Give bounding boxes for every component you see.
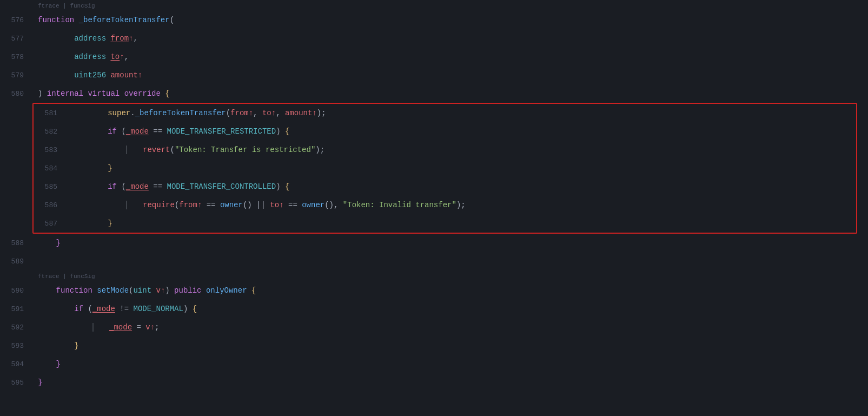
line-num-578: 578 bbox=[0, 53, 32, 61]
line-content-580: ) internal virtual override { bbox=[32, 84, 868, 103]
code-line-591: 591 if (_mode != MODE_NORMAL) { bbox=[0, 300, 868, 318]
code-line-578: 578 address to↑, bbox=[0, 48, 868, 66]
line-num-579: 579 bbox=[0, 71, 32, 80]
line-content-588: } bbox=[32, 234, 868, 252]
line-num-586: 586 bbox=[34, 201, 66, 209]
line-num-585: 585 bbox=[34, 183, 66, 191]
line-num-582: 582 bbox=[34, 128, 66, 136]
line-content-578: address to↑, bbox=[32, 48, 868, 66]
code-line-588: 588 } bbox=[0, 234, 868, 252]
line-content-584: } bbox=[66, 159, 856, 177]
code-line-579: 579 uint256 amount↑ bbox=[0, 66, 868, 84]
line-content-576: function _beforeTokenTransfer( bbox=[32, 11, 868, 29]
ftrace-text-1: ftrace | funcSig bbox=[38, 3, 95, 9]
ftrace-label-2: ftrace | funcSig bbox=[0, 270, 868, 281]
line-content-589 bbox=[32, 252, 868, 270]
line-content-595: } bbox=[32, 373, 868, 392]
code-line-589: 589 bbox=[0, 252, 868, 270]
line-content-590: function setMode(uint v↑) public onlyOwn… bbox=[32, 281, 868, 300]
line-content-581: super._beforeTokenTransfer(from↑, to↑, a… bbox=[66, 104, 856, 122]
code-line-595: 595 } bbox=[0, 373, 868, 392]
line-content-586: require(from↑ == owner() || to↑ == owner… bbox=[66, 196, 856, 214]
code-line-584: 584 } bbox=[34, 159, 856, 177]
line-num-595: 595 bbox=[0, 379, 32, 387]
line-content-587: } bbox=[66, 214, 856, 233]
line-num-588: 588 bbox=[0, 239, 32, 247]
line-num-592: 592 bbox=[0, 323, 32, 332]
code-editor: ftrace | funcSig 576 function _beforeTok… bbox=[0, 0, 868, 416]
line-content-592: _mode = v↑; bbox=[32, 318, 868, 336]
line-content-579: uint256 amount↑ bbox=[32, 66, 868, 84]
line-content-582: if (_mode == MODE_TRANSFER_RESTRICTED) { bbox=[66, 122, 856, 141]
line-num-587: 587 bbox=[34, 220, 66, 228]
code-line-585: 585 if (_mode == MODE_TRANSFER_CONTROLLE… bbox=[34, 177, 856, 196]
line-num-580: 580 bbox=[0, 90, 32, 98]
ftrace-text-2: ftrace | funcSig bbox=[38, 273, 95, 280]
code-line-593: 593 } bbox=[0, 336, 868, 355]
line-content-577: address from↑, bbox=[32, 29, 868, 48]
line-content-593: } bbox=[32, 336, 868, 355]
line-num-589: 589 bbox=[0, 257, 32, 266]
line-content-591: if (_mode != MODE_NORMAL) { bbox=[32, 300, 868, 318]
code-line-594: 594 } bbox=[0, 355, 868, 373]
code-line-582: 582 if (_mode == MODE_TRANSFER_RESTRICTE… bbox=[34, 122, 856, 141]
code-line-590: 590 function setMode(uint v↑) public onl… bbox=[0, 281, 868, 300]
code-line-576: 576 function _beforeTokenTransfer( bbox=[0, 11, 868, 29]
line-content-583: revert("Token: Transfer is restricted"); bbox=[66, 141, 856, 159]
line-num-584: 584 bbox=[34, 164, 66, 173]
line-num-577: 577 bbox=[0, 35, 32, 43]
code-line-592: 592 _mode = v↑; bbox=[0, 318, 868, 336]
highlighted-code-block: 581 super._beforeTokenTransfer(from↑, to… bbox=[32, 103, 857, 234]
line-num-590: 590 bbox=[0, 287, 32, 295]
code-line-580: 580 ) internal virtual override { bbox=[0, 84, 868, 103]
line-num-581: 581 bbox=[34, 109, 66, 117]
line-content-585: if (_mode == MODE_TRANSFER_CONTROLLED) { bbox=[66, 177, 856, 196]
code-line-583: 583 revert("Token: Transfer is restricte… bbox=[34, 141, 856, 159]
line-content-594: } bbox=[32, 355, 868, 373]
line-num-583: 583 bbox=[34, 146, 66, 154]
line-num-593: 593 bbox=[0, 342, 32, 350]
line-num-576: 576 bbox=[0, 16, 32, 24]
code-line-586: 586 require(from↑ == owner() || to↑ == o… bbox=[34, 196, 856, 214]
ftrace-label-1: ftrace | funcSig bbox=[0, 0, 868, 11]
code-line-587: 587 } bbox=[34, 214, 856, 233]
line-num-594: 594 bbox=[0, 360, 32, 368]
code-line-577: 577 address from↑, bbox=[0, 29, 868, 48]
code-line-581: 581 super._beforeTokenTransfer(from↑, to… bbox=[34, 104, 856, 122]
line-num-591: 591 bbox=[0, 305, 32, 313]
